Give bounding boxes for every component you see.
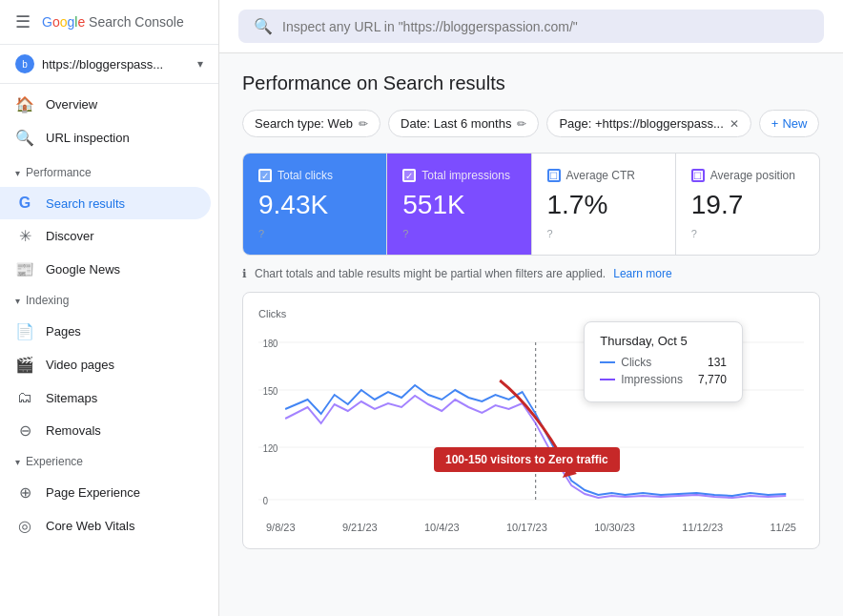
metric-clicks-value: 9.43K xyxy=(258,190,371,220)
chart-tooltip: Thursday, Oct 5 Clicks 131 Impressions 7… xyxy=(584,321,743,402)
edit-icon-2: ✏ xyxy=(517,117,526,131)
metric-average-position[interactable]: ☐ Average position 19.7 ? xyxy=(676,154,819,255)
metric-clicks-header: ✓ Total clicks xyxy=(258,169,371,182)
main-content: 🔍 Performance on Search results Search t… xyxy=(219,0,843,616)
tooltip-clicks-value: 131 xyxy=(708,356,727,369)
top-bar: 🔍 xyxy=(219,0,843,53)
metric-position-checkbox: ☐ xyxy=(691,169,705,182)
sidebar-item-pages[interactable]: 📄 Pages xyxy=(0,315,211,348)
chart-x-labels: 9/8/23 9/21/23 10/4/23 10/17/23 10/30/23… xyxy=(258,522,804,533)
sidebar-item-removals[interactable]: ⊖ Removals xyxy=(0,414,211,447)
filter-page[interactable]: Page: +https://bloggerspass... ✕ xyxy=(546,110,750,137)
annotation-badge: 100-150 visitors to Zero traffic xyxy=(434,447,620,472)
metric-position-value: 19.7 xyxy=(691,190,804,220)
sidebar-item-search-results-label: Search results xyxy=(46,196,125,211)
metric-total-impressions[interactable]: ✓ Total impressions 551K ? xyxy=(387,154,531,255)
metric-impressions-checkbox: ✓ xyxy=(402,169,416,182)
sidebar-item-page-experience-label: Page Experience xyxy=(46,485,140,500)
metric-impressions-header: ✓ Total impressions xyxy=(402,169,515,182)
metric-ctr-header: ☐ Average CTR xyxy=(547,169,660,182)
discover-icon: ✳ xyxy=(15,227,34,245)
metric-ctr-help: ? xyxy=(547,228,660,239)
sidebar-section-experience-header[interactable]: ▾ Experience xyxy=(0,447,218,476)
page-body: Performance on Search results Search typ… xyxy=(219,53,843,616)
chevron-down-icon: ▾ xyxy=(15,168,20,178)
hamburger-icon[interactable]: ☰ xyxy=(15,11,31,32)
sidebar-section-indexing-label: Indexing xyxy=(26,294,69,307)
sidebar-section-indexing: ▾ Indexing 📄 Pages 🎬 Video pages 🗂 Sitem… xyxy=(0,286,218,447)
svg-text:120: 120 xyxy=(263,443,278,454)
x-label-6: 11/12/23 xyxy=(682,522,723,533)
sidebar-section-indexing-header[interactable]: ▾ Indexing xyxy=(0,286,218,315)
tooltip-impressions-label: Impressions xyxy=(600,373,683,386)
filter-search-type[interactable]: Search type: Web ✏ xyxy=(242,110,380,137)
filter-date[interactable]: Date: Last 6 months ✏ xyxy=(388,110,539,137)
page-title: Performance on Search results xyxy=(242,72,820,94)
x-label-7: 11/25 xyxy=(770,522,796,533)
metric-impressions-label: Total impressions xyxy=(422,169,510,182)
sidebar-item-core-web-vitals[interactable]: ◎ Core Web Vitals xyxy=(0,509,211,543)
metric-total-clicks[interactable]: ✓ Total clicks 9.43K ? xyxy=(243,154,387,255)
filter-add-button[interactable]: + New xyxy=(759,110,820,137)
sidebar-section-performance-label: Performance xyxy=(26,166,92,179)
metric-ctr-checkbox: ☐ xyxy=(547,169,561,182)
sidebar-item-google-news-label: Google News xyxy=(46,262,120,277)
sidebar-item-removals-label: Removals xyxy=(46,423,101,438)
url-inspection-bar[interactable]: 🔍 xyxy=(238,10,824,43)
plus-icon: + xyxy=(771,116,779,131)
svg-text:180: 180 xyxy=(263,339,278,349)
info-bar: ℹ Chart totals and table results might b… xyxy=(242,267,820,280)
x-label-1: 9/8/23 xyxy=(266,522,296,533)
page-experience-icon: ⊕ xyxy=(15,483,34,502)
sidebar-section-experience: ▾ Experience ⊕ Page Experience ◎ Core We… xyxy=(0,447,218,543)
tooltip-clicks-label: Clicks xyxy=(600,356,651,369)
search-icon: 🔍 xyxy=(15,129,34,147)
metric-clicks-help: ? xyxy=(258,228,371,239)
filter-search-type-label: Search type: Web xyxy=(255,116,353,131)
filter-date-label: Date: Last 6 months xyxy=(401,116,511,131)
site-favicon: b xyxy=(15,54,34,73)
sidebar-item-overview[interactable]: 🏠 Overview xyxy=(0,88,211,121)
metric-position-header: ☐ Average position xyxy=(691,169,804,182)
site-url: https://bloggerspass... xyxy=(42,57,190,72)
url-inspection-input[interactable] xyxy=(282,19,809,34)
sidebar-item-google-news[interactable]: 📰 Google News xyxy=(0,253,211,286)
learn-more-link[interactable]: Learn more xyxy=(613,267,671,280)
metrics-row: ✓ Total clicks 9.43K ? ✓ Total impressio… xyxy=(242,153,820,256)
metric-impressions-help: ? xyxy=(402,228,515,239)
svg-text:150: 150 xyxy=(263,386,278,397)
filter-bar: Search type: Web ✏ Date: Last 6 months ✏… xyxy=(242,110,820,137)
sidebar-item-sitemaps[interactable]: 🗂 Sitemaps xyxy=(0,381,211,414)
sidebar-section-performance: ▾ Performance G Search results ✳ Discove… xyxy=(0,158,218,286)
tooltip-clicks-row: Clicks 131 xyxy=(600,356,727,369)
pages-icon: 📄 xyxy=(15,322,34,340)
sidebar-item-video-pages[interactable]: 🎬 Video pages xyxy=(0,348,211,381)
sidebar-section-experience-label: Experience xyxy=(26,455,83,468)
chevron-down-icon-2: ▾ xyxy=(15,296,20,306)
chart-container: Clicks 180 150 120 0 xyxy=(242,292,820,549)
sidebar-item-discover[interactable]: ✳ Discover xyxy=(0,219,211,253)
sidebar-item-video-pages-label: Video pages xyxy=(46,358,114,372)
chart-y-label: Clicks xyxy=(258,308,804,319)
x-label-5: 10/30/23 xyxy=(594,522,635,533)
news-icon: 📰 xyxy=(15,260,34,278)
sidebar-item-search-results[interactable]: G Search results xyxy=(0,187,211,219)
url-inspection-search-icon: 🔍 xyxy=(254,17,273,35)
sidebar-item-url-inspection[interactable]: 🔍 URL inspection xyxy=(0,121,211,154)
svg-text:0: 0 xyxy=(263,496,269,506)
info-icon: ℹ xyxy=(242,267,247,280)
home-icon: 🏠 xyxy=(15,95,34,113)
app-logo: Google Search Console xyxy=(42,14,184,30)
x-label-3: 10/4/23 xyxy=(424,522,460,533)
sidebar-item-discover-label: Discover xyxy=(46,229,94,243)
x-label-2: 9/21/23 xyxy=(342,522,378,533)
edit-icon: ✏ xyxy=(359,117,368,131)
site-selector[interactable]: b https://bloggerspass... ▾ xyxy=(0,45,218,84)
sidebar-item-pages-label: Pages xyxy=(46,324,81,339)
info-text: Chart totals and table results might be … xyxy=(255,267,606,280)
filter-add-label: New xyxy=(782,116,807,131)
sidebar-item-url-inspection-label: URL inspection xyxy=(46,131,130,145)
metric-average-ctr[interactable]: ☐ Average CTR 1.7% ? xyxy=(532,154,676,255)
sidebar-item-page-experience[interactable]: ⊕ Page Experience xyxy=(0,476,211,509)
sidebar-section-performance-header[interactable]: ▾ Performance xyxy=(0,158,218,187)
